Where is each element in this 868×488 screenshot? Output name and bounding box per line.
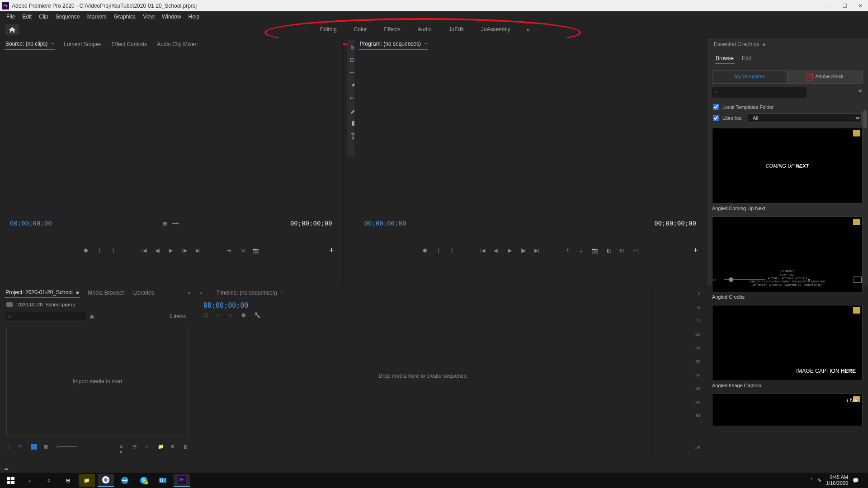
- sync-icon[interactable]: ☁: [4, 465, 9, 471]
- panel-menu-icon[interactable]: ≡: [763, 42, 765, 47]
- menu-view[interactable]: View: [139, 14, 158, 20]
- panel-menu-icon[interactable]: ≡: [281, 291, 283, 296]
- tray-overflow-icon[interactable]: ˄: [810, 478, 813, 483]
- workspace-juedit[interactable]: JuEdit: [445, 24, 467, 35]
- workspace-editing[interactable]: Editing: [316, 24, 340, 35]
- notifications-icon[interactable]: 💬: [853, 478, 859, 483]
- new-bin-icon[interactable]: 📁: [158, 444, 164, 450]
- tray-pen-icon[interactable]: ✎: [817, 478, 821, 483]
- menu-markers[interactable]: Markers: [84, 14, 110, 20]
- cortana-button[interactable]: ○: [41, 474, 57, 487]
- template-item[interactable]: IMAGE CAPTION HERE Angled Image Caption: [712, 305, 863, 390]
- snap-icon[interactable]: ⬡: [203, 312, 210, 319]
- template-item[interactable]: LIVE: [712, 394, 863, 426]
- template-item[interactable]: COMPANYFILM TITLEACTOR 1 ACTOR 2 ACTOR 3…: [712, 216, 863, 301]
- workspace-audio[interactable]: Audio: [414, 24, 435, 35]
- export-frame-icon[interactable]: 📷: [591, 247, 599, 254]
- marker-icon[interactable]: ⟐: [229, 312, 235, 319]
- minimize-button[interactable]: —: [826, 3, 831, 9]
- premiere-icon[interactable]: Pr: [174, 474, 190, 487]
- program-timecode-left[interactable]: 00;00;00;00: [364, 220, 406, 227]
- project-search-input[interactable]: [5, 312, 86, 320]
- go-out-icon[interactable]: ▶|: [194, 247, 202, 254]
- panel-menu-icon[interactable]: ≡: [76, 290, 79, 295]
- sort-icon[interactable]: ○: [713, 277, 716, 282]
- start-button[interactable]: [3, 474, 19, 487]
- template-item[interactable]: COMING UP NEXT Angled Coming Up Next: [712, 128, 863, 213]
- add-marker-icon[interactable]: ⬣: [421, 247, 429, 254]
- panel-menu-icon[interactable]: ≡: [425, 42, 427, 47]
- safe-margin-icon[interactable]: ⊡: [618, 247, 626, 254]
- insert-icon[interactable]: ⇥: [225, 247, 232, 254]
- panel-menu-icon[interactable]: ≡: [51, 42, 54, 47]
- settings-icon[interactable]: ⟷: [172, 221, 179, 226]
- chrome-icon[interactable]: [98, 474, 114, 487]
- workspace-effects[interactable]: Effects: [380, 24, 404, 35]
- step-fwd-icon[interactable]: |▶: [181, 247, 188, 254]
- check-local-templates[interactable]: Local Templates Folder: [713, 104, 862, 110]
- list-view-icon[interactable]: ≡ ▾: [803, 277, 810, 283]
- freeform-view-icon[interactable]: ▦: [43, 444, 50, 450]
- skype-icon[interactable]: S1: [136, 474, 152, 487]
- sort-icon[interactable]: ≡ ▾: [120, 444, 126, 450]
- workspace-color[interactable]: Color: [350, 24, 371, 35]
- go-in-icon[interactable]: |◀: [479, 247, 486, 254]
- mark-out-icon[interactable]: }: [448, 247, 456, 254]
- outlook-icon[interactable]: O: [155, 474, 171, 487]
- template-search-input[interactable]: [712, 87, 807, 98]
- write-toggle-icon[interactable]: ⬚: [5, 444, 12, 450]
- subtab-browse[interactable]: Browse: [715, 53, 735, 64]
- tab-my-templates[interactable]: My Templates: [712, 70, 788, 84]
- menu-sequence[interactable]: Sequence: [52, 14, 84, 20]
- timeline-drop-zone[interactable]: Drop media here to create sequence.: [195, 373, 651, 379]
- go-out-icon[interactable]: ▶|: [533, 247, 541, 254]
- list-view-icon[interactable]: ≣: [18, 444, 24, 450]
- scrollbar[interactable]: [863, 110, 867, 128]
- menu-window[interactable]: Window: [158, 14, 185, 20]
- icon-view-icon[interactable]: [31, 444, 37, 450]
- system-clock[interactable]: 9:45 AM 1/16/2020: [826, 474, 848, 486]
- mark-in-icon[interactable]: {: [96, 247, 103, 254]
- step-fwd-icon[interactable]: |▶: [520, 247, 527, 254]
- panel-overflow-icon[interactable]: »: [188, 290, 190, 296]
- tab-essential-graphics[interactable]: Essential Graphics≡: [713, 39, 766, 49]
- workspace-juassembly[interactable]: JuAssembly: [477, 24, 514, 35]
- new-item-icon[interactable]: 🗎: [170, 444, 177, 450]
- extract-icon[interactable]: ⇣: [578, 247, 585, 254]
- mark-in-icon[interactable]: {: [435, 247, 442, 254]
- button-editor-icon[interactable]: +: [329, 246, 334, 255]
- workspace-overflow[interactable]: »: [524, 24, 533, 35]
- automate-icon[interactable]: ⊟: [132, 444, 139, 450]
- teamviewer-icon[interactable]: [117, 474, 133, 487]
- timeline-timecode[interactable]: 00;00;00;00: [195, 299, 651, 310]
- tab-libraries[interactable]: Libraries: [132, 288, 155, 298]
- wrench-icon[interactable]: 🔧: [254, 312, 260, 319]
- menu-file[interactable]: File: [3, 14, 19, 20]
- maximize-button[interactable]: ☐: [842, 3, 847, 9]
- link-icon[interactable]: ∩: [216, 312, 222, 319]
- close-button[interactable]: ✕: [858, 3, 863, 9]
- tab-program[interactable]: Program: (no sequences)≡: [359, 39, 428, 50]
- tab-audio-clip-mixer[interactable]: Audio Clip Mixer:: [156, 39, 199, 49]
- export-frame-icon[interactable]: 📷: [252, 247, 259, 254]
- source-timecode-left[interactable]: 00;00;00;00: [10, 220, 52, 227]
- tab-effect-controls[interactable]: Effect Controls: [111, 39, 148, 49]
- check-libraries[interactable]: Libraries All: [713, 113, 862, 122]
- settings-icon[interactable]: ⬣: [241, 312, 248, 319]
- favorites-icon[interactable]: ★: [858, 87, 863, 98]
- overwrite-icon[interactable]: ⇲: [239, 247, 246, 254]
- menu-clip[interactable]: Clip: [35, 14, 52, 20]
- zoom-slider[interactable]: ○─────: [56, 444, 62, 450]
- add-marker-icon[interactable]: ⬣: [82, 247, 90, 254]
- step-back-icon[interactable]: ◀|: [493, 247, 500, 254]
- task-view-button[interactable]: ⊞: [60, 474, 76, 487]
- subtab-edit[interactable]: Edit: [741, 53, 752, 64]
- delete-icon[interactable]: 🗑: [183, 444, 189, 450]
- tab-media-browser[interactable]: Media Browser: [87, 288, 125, 298]
- play-icon[interactable]: ▶: [506, 247, 514, 254]
- go-in-icon[interactable]: |◀: [140, 247, 147, 254]
- tab-source[interactable]: Source: (no clips)≡: [5, 39, 55, 50]
- tab-lumetri-scopes[interactable]: Lumetri Scopes: [63, 39, 102, 49]
- close-tab-icon[interactable]: ×: [200, 290, 203, 296]
- search-button[interactable]: ⌕: [22, 474, 38, 487]
